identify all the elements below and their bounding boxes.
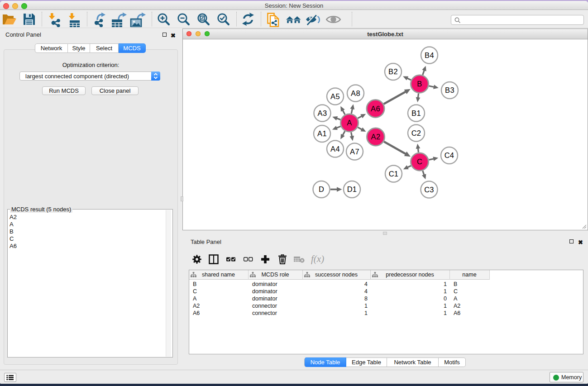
svg-text:C2: C2	[411, 129, 421, 137]
svg-text:C4: C4	[445, 151, 454, 159]
svg-text:C3: C3	[424, 186, 434, 194]
svg-text:B2: B2	[388, 67, 398, 76]
svg-text:B1: B1	[411, 109, 421, 117]
svg-text:A4: A4	[330, 145, 340, 153]
svg-text:A6: A6	[371, 105, 380, 113]
svg-text:C1: C1	[389, 170, 399, 178]
svg-text:D1: D1	[347, 185, 357, 193]
svg-text:B: B	[417, 80, 422, 88]
svg-text:B3: B3	[445, 86, 454, 94]
svg-text:C: C	[417, 157, 422, 166]
svg-text:B4: B4	[425, 51, 434, 59]
svg-text:A3: A3	[318, 109, 327, 117]
svg-text:A2: A2	[371, 133, 381, 141]
svg-text:A: A	[347, 119, 352, 127]
svg-text:A5: A5	[330, 92, 340, 100]
svg-text:D: D	[319, 185, 324, 193]
svg-text:A8: A8	[351, 89, 360, 97]
svg-text:A7: A7	[350, 148, 359, 156]
svg-text:A1: A1	[317, 129, 327, 138]
